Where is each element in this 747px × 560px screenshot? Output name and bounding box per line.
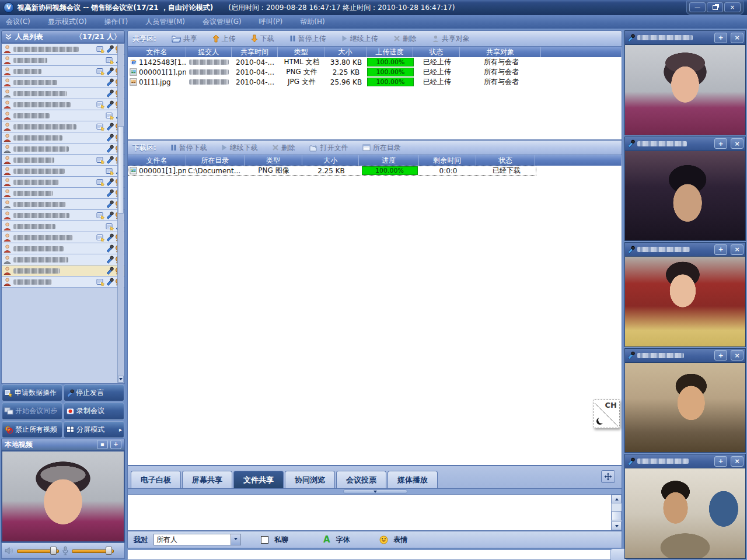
participant-row[interactable]	[2, 265, 124, 276]
data-permission-icon[interactable]	[96, 123, 105, 131]
column-header[interactable]: 类型	[278, 47, 324, 57]
menu-help[interactable]: 帮助(H)	[300, 17, 324, 27]
participant-row[interactable]	[2, 177, 124, 188]
scroll-down-button[interactable]	[612, 522, 622, 530]
shared-file-row[interactable]: 01[1].jpg2010-04-...JPG 文件25.96 KB100.00…	[128, 77, 622, 87]
column-header[interactable]: 剩余时间	[419, 155, 476, 166]
local-video-add-button[interactable]: +	[110, 440, 121, 449]
participant-row[interactable]	[2, 188, 124, 199]
menu-call[interactable]: 呼叫(P)	[259, 17, 283, 27]
tab-co-browse[interactable]: 协同浏览	[285, 471, 335, 488]
column-header[interactable]: 上传进度	[366, 47, 413, 57]
share-target-button[interactable]: 共享对象	[432, 34, 470, 44]
mic-permission-icon[interactable]	[106, 45, 114, 53]
mic-permission-icon[interactable]	[106, 67, 114, 75]
enlarge-video-button[interactable]: +	[714, 33, 727, 43]
mic-permission-icon[interactable]	[106, 244, 114, 253]
participant-row[interactable]	[2, 66, 124, 77]
participant-row[interactable]	[2, 276, 124, 288]
menu-member-management[interactable]: 人员管理(M)	[145, 17, 185, 27]
private-chat-label[interactable]: 私聊	[274, 535, 288, 545]
chat-to-link[interactable]: 我对	[134, 535, 148, 545]
close-button[interactable]: ×	[724, 2, 741, 12]
mic-permission-icon[interactable]	[106, 123, 114, 131]
font-button[interactable]: 字体	[336, 535, 350, 545]
participant-scrollbar[interactable]	[117, 44, 124, 383]
chat-target-select[interactable]: 所有人	[153, 534, 241, 545]
column-header[interactable]: 共享对象	[460, 47, 542, 57]
data-permission-icon[interactable]	[96, 68, 105, 75]
mic-permission-icon[interactable]	[106, 78, 114, 86]
data-permission-icon[interactable]	[96, 178, 105, 186]
scroll-up-button[interactable]	[612, 495, 622, 503]
mic-permission-icon[interactable]	[106, 278, 114, 286]
mic-permission-icon[interactable]	[106, 89, 114, 97]
participant-row[interactable]	[2, 232, 124, 243]
participant-row[interactable]	[2, 254, 124, 265]
tab-screen-share[interactable]: 屏幕共享	[182, 471, 232, 488]
mic-permission-icon[interactable]	[106, 211, 114, 219]
record-meeting-button[interactable]: 录制会议	[64, 402, 124, 419]
column-header[interactable]	[535, 155, 622, 166]
data-permission-icon[interactable]	[106, 57, 114, 64]
mic-permission-icon[interactable]	[106, 256, 114, 264]
column-header[interactable]: 状态	[476, 155, 536, 166]
tab-file-share[interactable]: 文件共享	[233, 471, 284, 488]
data-permission-icon[interactable]	[106, 167, 114, 175]
data-permission-icon[interactable]	[96, 234, 105, 242]
participant-row[interactable]	[2, 77, 124, 88]
panel-splitter[interactable]	[127, 489, 622, 494]
open-file-button[interactable]: 打开文件	[309, 143, 348, 153]
data-permission-icon[interactable]	[96, 101, 105, 108]
download-file-row[interactable]: 000001[1].pngC:\Document...PNG 图像2.25 KB…	[128, 166, 536, 176]
column-header[interactable]	[541, 47, 622, 57]
menu-conference[interactable]: 会议(C)	[6, 17, 30, 27]
open-directory-button[interactable]: 所在目录	[362, 143, 401, 153]
mic-volume-slider[interactable]	[72, 546, 114, 555]
slider-handle[interactable]	[50, 547, 57, 555]
participant-row[interactable]	[2, 155, 124, 166]
mic-permission-icon[interactable]	[106, 134, 114, 142]
data-permission-icon[interactable]	[96, 278, 105, 286]
upload-button[interactable]: 上传	[212, 34, 236, 44]
close-video-button[interactable]: ×	[731, 244, 743, 255]
enlarge-video-button[interactable]: +	[714, 456, 727, 467]
participant-row[interactable]	[2, 44, 124, 55]
ime-indicator[interactable]: CH	[593, 399, 620, 428]
shared-file-row[interactable]: e11425483[1...2010-04-...HTML 文档33.80 KB…	[128, 57, 622, 67]
mic-permission-icon[interactable]	[106, 233, 114, 242]
column-header[interactable]: 大小	[302, 155, 359, 166]
close-video-button[interactable]: ×	[731, 138, 743, 149]
menu-operation[interactable]: 操作(T)	[104, 17, 128, 27]
pause-upload-button[interactable]: 暂停上传	[289, 34, 326, 44]
delete-download-button[interactable]: 删除	[272, 143, 295, 153]
data-permission-icon[interactable]	[96, 212, 105, 219]
participant-row[interactable]	[2, 99, 124, 110]
speaker-volume-slider[interactable]	[17, 546, 59, 555]
request-data-button[interactable]: 申请数据操作	[2, 384, 62, 401]
mic-permission-icon[interactable]	[106, 200, 114, 208]
chat-input-box[interactable]	[127, 550, 622, 560]
emoticon-button[interactable]: 表情	[394, 535, 408, 545]
scroll-down-button[interactable]	[118, 376, 124, 383]
chat-text-input[interactable]	[128, 550, 622, 559]
column-header[interactable]: 进度	[359, 155, 419, 166]
chat-scrollbar[interactable]	[611, 495, 622, 530]
enlarge-video-button[interactable]: +	[714, 244, 727, 255]
download-button[interactable]: 下载	[251, 34, 274, 44]
forbid-all-video-button[interactable]: 禁止所有视频	[2, 421, 62, 438]
private-chat-checkbox[interactable]	[261, 536, 268, 544]
restore-button[interactable]	[707, 2, 723, 12]
start-sync-button[interactable]: 开始会议同步	[2, 402, 62, 419]
tab-whiteboard[interactable]: 电子白板	[131, 471, 181, 488]
menu-display-mode[interactable]: 显示模式(O)	[48, 17, 87, 27]
data-permission-icon[interactable]	[106, 112, 114, 120]
splitter-handle[interactable]	[343, 489, 407, 494]
column-header[interactable]: 类型	[245, 155, 303, 166]
delete-share-button[interactable]: 删除	[393, 34, 417, 44]
shared-file-row[interactable]: 000001[1].png2010-04-...PNG 文件2.25 KB100…	[128, 67, 622, 77]
mic-permission-icon[interactable]	[106, 156, 114, 164]
data-permission-icon[interactable]	[106, 223, 114, 230]
stop-speaking-button[interactable]: 停止发言	[64, 384, 124, 401]
split-screen-button[interactable]: 分屏模式▸	[64, 421, 124, 438]
